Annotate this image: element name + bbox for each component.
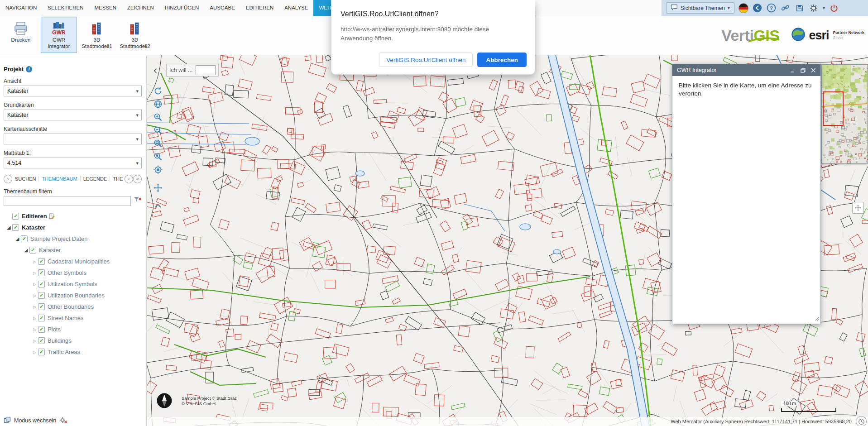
menu-tab-analyse[interactable]: ANALYSE — [279, 0, 313, 16]
view-select[interactable]: Kataster ▾ — [4, 86, 142, 96]
visible-themes-button[interactable]: Sichtbare Themen ▾ — [666, 2, 734, 14]
tree-item-kataster[interactable]: ◢✓Kataster — [4, 222, 142, 233]
tree-item-other-boundaries[interactable]: ▷✓Other Boundaries — [4, 301, 142, 312]
clear-filter-icon[interactable] — [134, 196, 142, 206]
layer-checkbox[interactable]: ✓ — [38, 337, 45, 344]
compass-icon[interactable] — [156, 392, 173, 411]
tab-overflow-button[interactable]: » — [133, 175, 142, 183]
map-extent-select[interactable]: ▾ — [4, 134, 142, 144]
back-icon[interactable] — [753, 3, 762, 13]
layer-checkbox[interactable]: ✓ — [38, 281, 45, 287]
expand-arrow-icon[interactable]: ▷ — [31, 339, 38, 343]
close-edit-mode-icon[interactable] — [59, 416, 67, 425]
layer-checkbox[interactable]: ✓ — [38, 258, 45, 265]
tree-item-buildings[interactable]: ▷✓Buildings — [4, 335, 142, 346]
tree-item-cadastral-municipalities[interactable]: ▷✓Cadastral Municipalities — [4, 256, 142, 267]
menu-tab-hinzufügen[interactable]: HINZUFÜGEN — [159, 0, 204, 16]
save-icon[interactable] — [795, 3, 805, 13]
layer-checkbox[interactable]: ✓ — [12, 213, 19, 220]
layer-checkbox[interactable]: ✓ — [38, 269, 45, 276]
expand-arrow-icon[interactable]: ▷ — [31, 350, 38, 354]
panel-title-bar[interactable]: GWR Integrator — [672, 64, 820, 76]
expand-arrow-icon[interactable]: ▷ — [31, 259, 38, 264]
zoom-out-icon[interactable] — [153, 125, 163, 136]
minimize-button[interactable] — [789, 67, 796, 74]
cancel-button[interactable]: Abbrechen — [477, 53, 527, 67]
zoom-window-icon[interactable] — [153, 138, 163, 149]
menu-tab-editieren[interactable]: EDITIEREN — [240, 0, 279, 16]
expand-arrow-icon[interactable]: ▷ — [31, 293, 38, 298]
rotate-reset-icon[interactable] — [153, 86, 163, 96]
expand-arrow-icon[interactable]: ▷ — [31, 305, 38, 309]
close-icon[interactable] — [810, 67, 817, 74]
tab-legende[interactable]: LEGENDE — [81, 176, 110, 182]
layer-checkbox[interactable]: ✓ — [38, 315, 45, 321]
switch-mode-icon[interactable] — [4, 416, 11, 425]
switch-mode-label[interactable]: Modus wechseln — [14, 417, 56, 424]
tree-item-kataster[interactable]: ◢✓Kataster — [4, 244, 142, 256]
restore-button[interactable] — [799, 67, 806, 74]
tab-themen-truncated[interactable]: THE — [110, 176, 125, 182]
center-target-icon[interactable] — [153, 164, 163, 175]
overview-map[interactable] — [821, 64, 868, 164]
overview-map-canvas[interactable] — [822, 65, 867, 163]
expand-arrow-icon[interactable]: ▷ — [31, 282, 38, 287]
collapse-toolbar-chevron-icon[interactable] — [153, 201, 163, 211]
layer-checkbox[interactable]: ✓ — [12, 224, 19, 231]
basemap-select[interactable]: Kataster ▾ — [4, 110, 142, 120]
menu-tab-selektieren[interactable]: SELEKTIEREN — [42, 0, 89, 16]
pan-icon[interactable] — [153, 182, 163, 193]
tree-item-other-symbols[interactable]: ▷✓Other Symbols — [4, 267, 142, 278]
help-icon[interactable]: ? — [767, 3, 777, 13]
print-button[interactable]: Drucken — [3, 17, 39, 53]
link-icon[interactable] — [781, 3, 791, 13]
overview-pan-button[interactable] — [852, 202, 864, 214]
settings-gear-icon[interactable] — [809, 3, 819, 13]
i-want-to-widget[interactable]: Ich will ... — [166, 64, 219, 77]
expand-arrow-icon[interactable]: ▷ — [31, 316, 38, 321]
logout-power-icon[interactable] — [829, 3, 839, 13]
language-flag-de-icon[interactable] — [739, 3, 748, 13]
layer-checkbox[interactable]: ✓ — [38, 326, 45, 333]
menu-tab-navigation[interactable]: NAVIGATION — [0, 0, 42, 16]
tree-item-plots[interactable]: ▷✓Plots — [4, 324, 142, 335]
3d-stadtmodell1-button[interactable]: 3D Stadtmodell1 — [79, 17, 115, 53]
zoom-in-icon[interactable] — [153, 112, 163, 123]
menu-tab-ausgabe[interactable]: AUSGABE — [204, 0, 240, 16]
settings-chevron-down-icon[interactable]: ▾ — [823, 5, 825, 10]
resize-grip[interactable] — [814, 315, 820, 323]
tab-suchen[interactable]: SUCHEN — [12, 176, 39, 182]
collapse-arrow-icon[interactable]: ◢ — [23, 248, 29, 253]
tab-themenbaum[interactable]: THEMENBAUM — [39, 176, 80, 182]
tree-item-sample-project-daten[interactable]: ◢✓Sample Project Daten — [4, 233, 142, 244]
expand-arrow-icon[interactable]: ▷ — [31, 271, 38, 275]
layer-checkbox[interactable]: ✓ — [38, 303, 45, 310]
tab-scroll-right-button[interactable]: › — [125, 175, 133, 183]
i-want-to-input[interactable] — [196, 65, 216, 75]
info-icon[interactable]: i — [26, 66, 32, 72]
layer-checkbox[interactable]: ✓ — [21, 235, 28, 242]
3d-stadtmodell2-button[interactable]: 3D Stadtmodell2 — [117, 17, 153, 53]
menu-tab-zeichnen[interactable]: ZEICHNEN — [122, 0, 159, 16]
tree-item-street-names[interactable]: ▷✓Street Names — [4, 312, 142, 324]
menu-tab-messen[interactable]: MESSEN — [89, 0, 122, 16]
zoom-previous-icon[interactable] — [153, 151, 163, 162]
collapse-sidebar-arrow[interactable]: ‹ — [153, 65, 157, 76]
collapse-arrow-icon[interactable]: ◢ — [14, 236, 21, 241]
tab-scroll-left-button[interactable]: ‹ — [4, 175, 12, 183]
collapse-arrow-icon[interactable]: ◢ — [5, 225, 12, 230]
layer-checkbox[interactable]: ✓ — [38, 349, 45, 355]
open-app-button[interactable]: VertiGIS.Roo.UrlClient öffnen — [379, 53, 473, 67]
layer-checkbox[interactable]: ✓ — [38, 292, 45, 299]
gwr-integrator-button[interactable]: GWR GWR Integrator — [41, 17, 77, 53]
tree-item-editieren[interactable]: ✓Editieren — [4, 211, 142, 222]
layer-checkbox[interactable]: ✓ — [29, 247, 36, 254]
globe-icon[interactable] — [153, 99, 163, 110]
theme-filter-input[interactable] — [4, 196, 131, 206]
time-slider-clock-button[interactable] — [856, 416, 867, 426]
tree-item-traffic-areas[interactable]: ▷✓Traffic Areas — [4, 346, 142, 358]
tree-item-utilization-boundaries[interactable]: ▷✓Utilization Boundaries — [4, 290, 142, 301]
expand-arrow-icon[interactable]: ▷ — [31, 327, 38, 332]
tree-item-utilization-symbols[interactable]: ▷✓Utilization Symbols — [4, 278, 142, 290]
scale-select[interactable]: 4.514 ▾ — [4, 158, 142, 168]
